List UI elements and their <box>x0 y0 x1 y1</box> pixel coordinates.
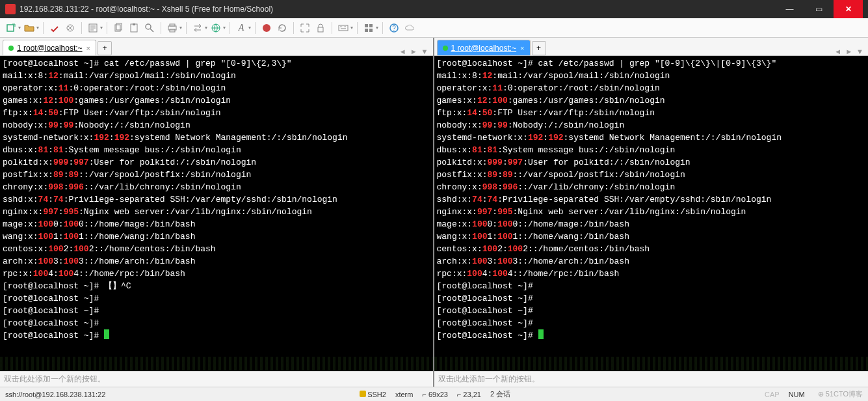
print-icon[interactable] <box>165 21 179 35</box>
window-title: 192.168.238.131:22 - root@localhost:~ - … <box>20 5 775 14</box>
lock-icon[interactable] <box>313 21 328 35</box>
refresh-icon[interactable] <box>275 21 289 35</box>
main-toolbar: ▾ ▾ ▾ ▾ ▾ ▾ A▾ ▾ ▾ ? <box>0 18 868 38</box>
session-tab[interactable]: 1 root@localhost:~ × <box>437 40 531 55</box>
right-quick-input[interactable]: 双击此处添加一个新的按钮。 <box>434 371 869 387</box>
svg-point-12 <box>263 24 270 32</box>
app-icon <box>5 4 16 14</box>
right-tabbar: 1 root@localhost:~ × + ◄ ► ▼ <box>434 38 869 56</box>
find-icon[interactable] <box>142 21 157 35</box>
svg-rect-9 <box>170 24 175 26</box>
add-tab-button[interactable]: + <box>532 41 546 55</box>
left-tabbar: 1 root@localhost:~ × + ◄ ► ▼ <box>0 38 433 56</box>
right-terminal[interactable]: [root@localhost ~]# cat /etc/passwd | gr… <box>434 56 869 371</box>
layout-icon[interactable] <box>362 21 376 35</box>
font-icon[interactable]: A <box>234 21 248 35</box>
properties-icon[interactable] <box>86 21 100 35</box>
add-tab-button[interactable]: + <box>98 41 112 55</box>
svg-rect-18 <box>369 29 373 32</box>
tab-nav-right-icon[interactable]: ► <box>843 48 854 55</box>
cloud-icon[interactable] <box>402 21 417 35</box>
connection-dot-icon <box>8 46 14 51</box>
help-icon[interactable]: ? <box>387 21 401 35</box>
status-pos: ⌐ 23,21 <box>457 391 481 398</box>
svg-text:?: ? <box>392 25 396 32</box>
globe-icon[interactable] <box>209 21 223 35</box>
paste-icon[interactable] <box>127 21 141 35</box>
status-size: ⌐ 69x23 <box>422 391 447 398</box>
split-panes: 1 root@localhost:~ × + ◄ ► ▼ [root@local… <box>0 38 868 387</box>
tab-nav-menu-icon[interactable]: ▼ <box>854 48 865 55</box>
tab-nav-left-icon[interactable]: ◄ <box>832 48 843 55</box>
maximize-button[interactable]: ▭ <box>804 0 834 18</box>
status-num: NUM <box>789 391 805 398</box>
left-quick-input[interactable]: 双击此处添加一个新的按钮。 <box>0 371 433 387</box>
close-button[interactable]: ✕ <box>834 0 863 18</box>
transfer-icon[interactable] <box>191 21 205 35</box>
svg-rect-13 <box>318 27 323 32</box>
svg-rect-16 <box>369 24 373 27</box>
script-icon[interactable] <box>259 21 274 35</box>
status-term: xterm <box>395 391 414 398</box>
status-connection: ssh://root@192.168.238.131:22 <box>5 391 105 398</box>
watermark: ⊕ 51CTO博客 <box>818 389 863 399</box>
left-pane: 1 root@localhost:~ × + ◄ ► ▼ [root@local… <box>0 38 434 387</box>
new-session-icon[interactable] <box>4 21 18 35</box>
session-tab[interactable]: 1 root@localhost:~ × <box>3 40 96 55</box>
svg-rect-6 <box>133 23 135 25</box>
tab-nav-menu-icon[interactable]: ▼ <box>419 48 430 55</box>
right-pane: 1 root@localhost:~ × + ◄ ► ▼ [root@local… <box>434 38 869 387</box>
svg-rect-14 <box>339 25 348 31</box>
open-icon[interactable] <box>22 21 36 35</box>
svg-rect-0 <box>7 25 14 31</box>
tab-label: 1 root@localhost:~ <box>17 44 83 53</box>
minimize-button[interactable]: — <box>775 0 804 18</box>
keyboard-icon[interactable] <box>336 21 350 35</box>
tab-label: 1 root@localhost:~ <box>451 44 517 53</box>
fullscreen-icon[interactable] <box>298 21 312 35</box>
status-ssh: SSH2 <box>360 391 386 398</box>
connection-dot-icon <box>443 46 448 51</box>
tab-close-icon[interactable]: × <box>86 44 90 52</box>
svg-rect-15 <box>365 24 368 27</box>
tab-nav-left-icon[interactable]: ◄ <box>397 48 408 55</box>
copy-icon[interactable] <box>111 21 125 35</box>
svg-point-7 <box>146 24 151 29</box>
status-cap: CAP <box>765 391 780 398</box>
status-bar: ssh://root@192.168.238.131:22 SSH2 xterm… <box>0 387 868 401</box>
tab-close-icon[interactable]: × <box>520 44 524 52</box>
lock-status-icon <box>360 391 366 397</box>
left-terminal[interactable]: [root@localhost ~]# cat /etc/passwd | gr… <box>0 56 433 371</box>
window-titlebar: 192.168.238.131:22 - root@localhost:~ - … <box>0 0 868 18</box>
tab-nav-right-icon[interactable]: ► <box>408 48 419 55</box>
reconnect-icon[interactable] <box>47 21 62 35</box>
status-sessions: 2 会话 <box>490 389 510 399</box>
disconnect-icon[interactable] <box>63 21 77 35</box>
svg-rect-17 <box>365 29 368 32</box>
